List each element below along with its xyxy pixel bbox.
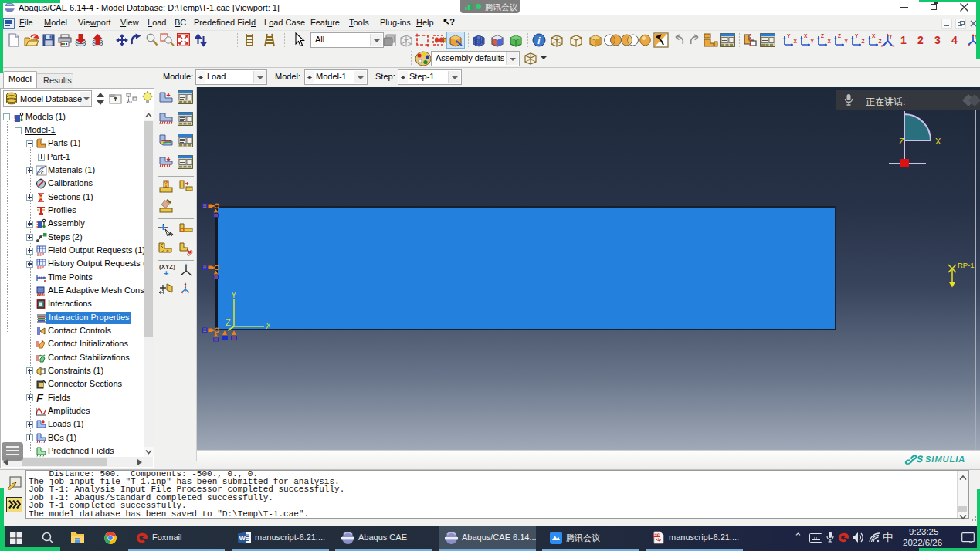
- svg-text:X: X: [266, 321, 270, 330]
- svg-text:Y: Y: [231, 292, 237, 299]
- svg-text:c: c: [41, 170, 44, 175]
- svg-text:RP-1: RP-1: [958, 261, 975, 269]
- svg-text:X: X: [828, 39, 832, 44]
- svg-text:Z: Z: [862, 39, 865, 44]
- svg-text:W: W: [239, 534, 246, 542]
- svg-text:X: X: [804, 33, 808, 39]
- svg-text:Z: Z: [226, 318, 231, 327]
- svg-text:x: x: [893, 43, 895, 48]
- svg-text:Y: Y: [889, 34, 893, 39]
- svg-text:Z: Z: [899, 137, 904, 146]
- svg-text:z: z: [881, 43, 883, 48]
- svg-text:F: F: [36, 393, 44, 404]
- svg-text:X: X: [935, 137, 941, 146]
- svg-text:X: X: [872, 33, 876, 39]
- svg-text:Y: Y: [811, 39, 815, 44]
- svg-text:Z: Z: [821, 33, 824, 39]
- svg-text:Y: Y: [855, 33, 859, 39]
- svg-text:PDF: PDF: [654, 533, 661, 537]
- svg-text:Y: Y: [845, 39, 849, 44]
- svg-text:Y: Y: [787, 33, 791, 39]
- svg-text:SIMULIA: SIMULIA: [925, 455, 965, 464]
- svg-text:X: X: [794, 39, 798, 44]
- svg-text:Z: Z: [838, 33, 841, 39]
